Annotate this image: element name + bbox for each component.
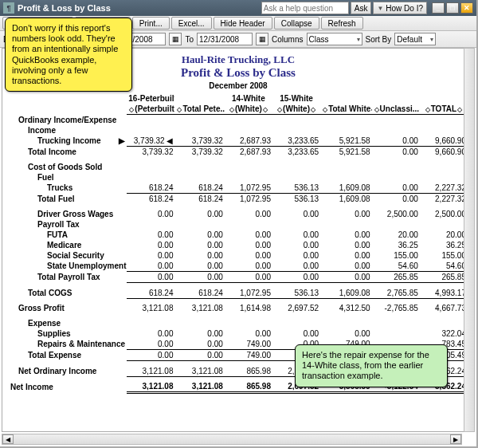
table-row[interactable]: Driver Gross Wages 0.000.00 0.000.00 0.0… [9, 209, 468, 219]
table-row[interactable]: Total Payroll Tax 0.000.000.000.000.0026… [9, 272, 468, 283]
table-row[interactable]: Total COGS 618.24618.241,072.95536.131,6… [9, 288, 468, 299]
app-icon: ¶ [3, 2, 14, 14]
table-row[interactable]: Medicare 0.000.000.000.000.0036.2536.25 [9, 240, 468, 250]
close-button[interactable]: ✕ [460, 2, 473, 14]
columns-combo[interactable]: Class [307, 33, 362, 45]
col-group: 14-White [225, 93, 272, 104]
collapse-button[interactable]: Collapse [274, 17, 319, 29]
row-header[interactable]: Expense [9, 318, 468, 328]
scroll-right-button[interactable]: ▶ [450, 434, 461, 444]
table-row[interactable]: Trucking Income ▶ 3,739.32 ◀ 3,739.32 2,… [9, 136, 468, 147]
table-row[interactable]: Social Security 0.000.000.000.000.00155.… [9, 250, 468, 261]
to-label: To [185, 35, 194, 44]
annotation-note: Don't worry if this report's numbers loo… [5, 18, 132, 92]
ask-button[interactable]: Ask [351, 2, 372, 14]
annotation-note: Here's the repair expense for the 14-Whi… [295, 344, 448, 387]
to-date-input[interactable] [197, 33, 253, 45]
scroll-left-button[interactable]: ◀ [2, 434, 14, 444]
table-row[interactable]: Gross Profit 3,121.083,121.081,614.982,6… [9, 303, 468, 313]
row-header[interactable]: Income [9, 125, 468, 136]
calendar-icon[interactable]: ▦ [256, 33, 268, 45]
chevron-down-icon: ▼ [377, 5, 383, 12]
window-title: Profit & Loss by Class [18, 3, 111, 13]
vertical-scrollbar[interactable] [464, 48, 475, 432]
minimize-button[interactable]: _ [432, 2, 445, 14]
table-row[interactable]: Total Fuel 618.24618.24 1,072.95536.13 1… [9, 194, 468, 205]
how-do-i-button[interactable]: ▼How Do I? [373, 2, 427, 14]
excel-button[interactable]: Excel... [171, 17, 212, 29]
table-row[interactable]: Trucks 618.24618.24 1,072.95536.13 1,609… [9, 183, 468, 194]
row-header[interactable]: Payroll Tax [9, 219, 468, 230]
columns-label: Columns [272, 35, 303, 44]
sortby-combo[interactable]: Default [394, 33, 436, 45]
row-header[interactable]: Cost of Goods Sold [9, 162, 468, 172]
help-search-input[interactable] [261, 2, 349, 14]
table-row[interactable]: State Unemployment 0.000.000.000.000.005… [9, 261, 468, 272]
horizontal-scrollbar[interactable]: ◀ ▶ [2, 434, 462, 445]
refresh-button[interactable]: Refresh [321, 17, 363, 29]
table-row[interactable]: Total Income 3,739.323,739.32 2,687.933,… [9, 147, 468, 158]
row-header[interactable]: Fuel [9, 172, 468, 183]
calendar-icon[interactable]: ▦ [169, 33, 182, 45]
col-group: 15-White [272, 93, 320, 104]
sortby-label: Sort By [366, 35, 392, 44]
row-header[interactable]: Ordinary Income/Expense [9, 115, 468, 126]
print-button[interactable]: Print... [132, 17, 170, 29]
maximize-button[interactable]: □ [446, 2, 459, 14]
table-row[interactable]: FUTA 0.000.000.000.000.0020.0020.00 [9, 230, 468, 240]
window-titlebar: ¶ Profit & Loss by Class Ask ▼How Do I? … [0, 0, 476, 16]
col-group: 16-Peterbuilt [127, 93, 174, 104]
hide-header-button[interactable]: Hide Header [214, 17, 272, 29]
table-row[interactable]: Supplies 0.000.000.000.000.00322.04 [9, 328, 468, 339]
